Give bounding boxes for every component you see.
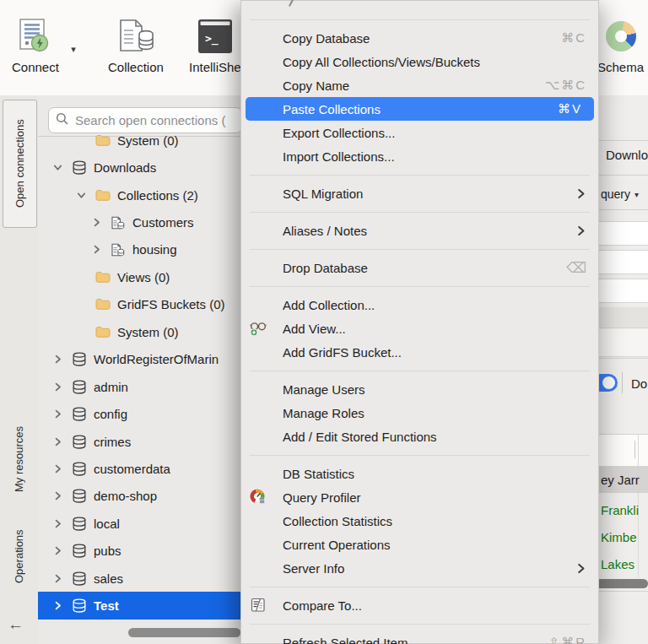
- tree-item-customerdata[interactable]: customerdata: [38, 455, 240, 482]
- table-row[interactable]: Lakes: [599, 550, 648, 577]
- database-icon: [72, 407, 90, 421]
- folder-icon: [95, 326, 114, 338]
- chevron-down-icon[interactable]: [73, 191, 95, 200]
- table-row-selected[interactable]: ey Jarr: [599, 466, 648, 493]
- chevron-right-icon[interactable]: [50, 491, 72, 501]
- query-field-row[interactable]: [599, 279, 648, 303]
- tree-item-label: customerdata: [94, 462, 170, 476]
- submenu-chevron-icon: [575, 225, 586, 236]
- database-icon: [72, 462, 90, 476]
- chevron-right-icon[interactable]: [50, 464, 72, 474]
- chevron-right-icon[interactable]: [50, 382, 72, 392]
- tree-item-collections-2[interactable]: Collections (2): [38, 181, 240, 208]
- table-row[interactable]: Kimbe: [599, 523, 648, 550]
- menu-item-drop-database[interactable]: Drop Database⌫: [241, 256, 598, 279]
- menu-item-add-collection[interactable]: Add Collection...: [241, 293, 598, 317]
- chevron-right-icon[interactable]: [50, 574, 72, 583]
- sidebar-tab-my-resources[interactable]: My resources: [3, 414, 35, 505]
- tree-item-downloads[interactable]: Downloads: [38, 154, 240, 181]
- query-dropdown[interactable]: query ▾: [601, 187, 639, 201]
- menu-item-copy-all-collections-views-buckets[interactable]: Copy All Collections/Views/Buckets: [241, 50, 598, 73]
- intellishell-button-label: IntelliShe: [189, 60, 241, 74]
- menu-item-db-statistics[interactable]: DB Statistics: [241, 462, 598, 485]
- tree-item-crimes[interactable]: crimes: [38, 428, 240, 455]
- chevron-down-icon[interactable]: [50, 163, 72, 172]
- connections-tree-panel: System (0)DownloadsCollections (2)Custom…: [38, 95, 240, 644]
- menu-item-query-profiler[interactable]: Query Profiler: [241, 485, 598, 509]
- menu-item-copy-name[interactable]: Copy Name⌥⌘C: [241, 73, 598, 97]
- tree-item-label: demo-shop: [94, 489, 157, 503]
- menu-item-copy-database[interactable]: Copy Database⌘C: [241, 26, 598, 50]
- menu-clipped-item: [241, 1, 598, 13]
- collapse-sidebar-arrow[interactable]: ←: [8, 615, 24, 634]
- tree-item-system-0[interactable]: System (0): [38, 318, 240, 345]
- chevron-right-icon[interactable]: [50, 354, 72, 364]
- delete-icon: ⌫: [566, 261, 586, 275]
- menu-separator: [241, 279, 598, 293]
- tree-item-gridfs-buckets-0[interactable]: GridFS Buckets (0): [38, 291, 240, 318]
- collection-button[interactable]: Collection: [108, 17, 164, 74]
- result-horizontal-scrollbar[interactable]: [599, 579, 648, 588]
- query-field-row[interactable]: [599, 250, 648, 274]
- chevron-right-icon[interactable]: [89, 218, 111, 227]
- connect-button[interactable]: ▾ Connect: [12, 17, 59, 74]
- query-field-row[interactable]: [599, 221, 648, 246]
- chevron-right-icon[interactable]: [50, 601, 72, 610]
- table-row[interactable]: Frankli: [599, 496, 648, 523]
- tree-item-views-0[interactable]: Views (0): [38, 263, 240, 290]
- chevron-right-icon[interactable]: [50, 437, 72, 446]
- menu-item-server-info[interactable]: Server Info: [241, 556, 598, 580]
- panel-band: [599, 329, 648, 357]
- tree-item-label: sales: [94, 571, 123, 586]
- tree-item-local[interactable]: local: [38, 510, 240, 537]
- menu-item-refresh-selected-item[interactable]: Refresh Selected Item⇧⌘R: [241, 630, 598, 644]
- folder-icon: [95, 298, 114, 311]
- menu-item-current-operations[interactable]: Current Operations: [241, 533, 598, 556]
- tree-item-housing[interactable]: housing: [38, 236, 240, 263]
- menu-item-label: Drop Database: [283, 261, 368, 275]
- tree-item-label: System (0): [117, 133, 179, 148]
- menu-item-export-collections[interactable]: Export Collections...: [241, 121, 598, 144]
- menu-item-sql-migration[interactable]: SQL Migration: [241, 181, 598, 205]
- documents-toggle[interactable]: [599, 374, 618, 392]
- menu-item-add-edit-stored-functions[interactable]: Add / Edit Stored Functions: [241, 425, 598, 448]
- menu-item-import-collections[interactable]: Import Collections...: [241, 144, 598, 168]
- tree-item-test[interactable]: Test: [38, 592, 240, 619]
- menu-item-add-gridfs-bucket[interactable]: Add GridFS Bucket...: [241, 340, 598, 364]
- sidebar-tab-open-connections[interactable]: Open connections: [3, 100, 37, 228]
- tree-item-sales[interactable]: sales: [38, 565, 240, 592]
- tree-scrollbar-thumb[interactable]: [128, 628, 240, 637]
- caret-down-icon[interactable]: ▾: [71, 44, 76, 55]
- menu-item-compare-to[interactable]: Compare To...: [241, 593, 598, 617]
- tree-item-worldregisterofmarin[interactable]: WorldRegisterOfMarin: [38, 346, 240, 373]
- tree-item-config[interactable]: config: [38, 400, 240, 427]
- menu-item-paste-collections[interactable]: Paste Collections⌘V: [246, 97, 594, 121]
- sidebar-tab-operations[interactable]: Operations: [3, 517, 35, 595]
- menu-separator: [241, 580, 598, 593]
- panel-band: [599, 307, 648, 328]
- menu-item-aliases-notes[interactable]: Aliases / Notes: [241, 219, 598, 242]
- menu-separator: [241, 205, 598, 219]
- tree-item-admin[interactable]: admin: [38, 373, 240, 400]
- panel-divider: [599, 358, 648, 359]
- tree-item-system-0[interactable]: System (0): [38, 127, 240, 154]
- tree-horizontal-scrollbar[interactable]: [40, 627, 240, 638]
- intellishell-button[interactable]: >_ IntelliShe: [189, 17, 241, 74]
- database-icon: [72, 571, 90, 586]
- schema-button[interactable]: Schema: [597, 17, 644, 74]
- tab-downloads[interactable]: Downlo: [606, 148, 648, 162]
- chevron-right-icon[interactable]: [50, 546, 72, 555]
- tree-item-customers[interactable]: Customers: [38, 208, 240, 235]
- tree-item-pubs[interactable]: pubs: [38, 538, 240, 565]
- menu-separator: [241, 242, 598, 256]
- menu-item-collection-statistics[interactable]: Collection Statistics: [241, 509, 598, 533]
- menu-item-manage-users[interactable]: Manage Users: [241, 377, 598, 401]
- menu-item-add-view[interactable]: Add View...: [241, 317, 598, 340]
- chevron-right-icon[interactable]: [50, 409, 72, 419]
- database-icon: [72, 160, 90, 175]
- chevron-right-icon[interactable]: [50, 519, 72, 528]
- menu-item-manage-roles[interactable]: Manage Roles: [241, 401, 598, 425]
- table-cell: Frankli: [599, 503, 639, 517]
- tree-item-demo-shop[interactable]: demo-shop: [38, 483, 240, 510]
- chevron-right-icon[interactable]: [89, 245, 111, 254]
